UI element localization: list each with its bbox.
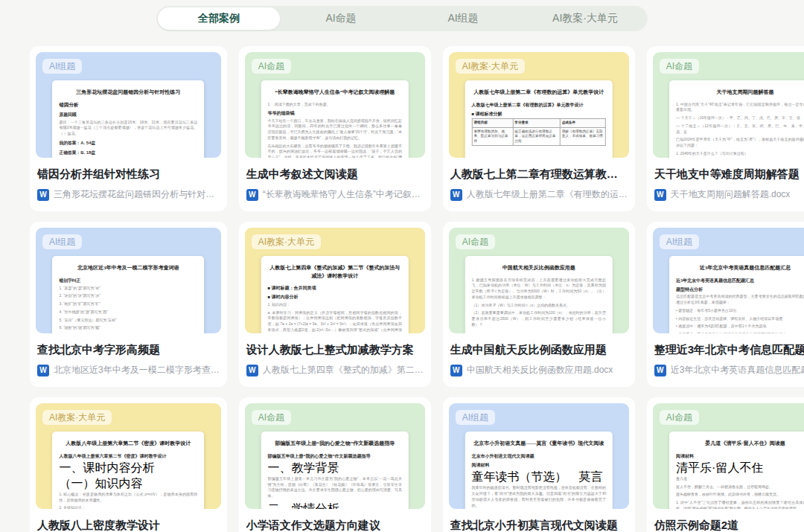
case-grid: AI组题 三角形花坛摆花盆问题错因分析与针对性练习错因分析原题回顾题目：一个三角… [30, 46, 797, 532]
tab-item[interactable]: 全部案例 [158, 7, 280, 30]
document-thumbnail: 北京地区近3年中考及一模二模字形考查词语错别字纠正1. “萧瑟”的“瑟”易写为“… [52, 256, 204, 333]
word-file-icon: W [37, 365, 49, 376]
case-card[interactable]: AI教案·大单元 人教版八年级上册第六章第二节《密度》课时教学设计人教版八年级上… [30, 397, 227, 532]
case-card[interactable]: AI组题 北京市小升初语文真题——莫言《童年读书》现代文阅读北京市小升初语文现代… [443, 397, 635, 532]
card-file-row: W 天干地支周期问题解答题.docx [654, 188, 804, 201]
document-preview-panel: AI组题 北京地区近3年中考及一模二模字形考查词语错别字纠正1. “萧瑟”的“瑟… [36, 228, 221, 333]
document-preview-panel: AI组题 北京市小升初语文真题——莫言《童年读书》现代文阅读北京市小升初语文现代… [449, 403, 629, 509]
document-thumbnail: 中国航天相关反比例函数应用题1. 嫦娥五号探测器在月球采样完成后，上升器需要通过… [465, 256, 612, 333]
card-file-name: 北京地区近3年中考及一模二模字形考查… [54, 364, 220, 376]
tab-item[interactable]: AI教案·大单元 [524, 7, 646, 30]
category-badge: AI教案·大单元 [42, 410, 112, 425]
card-title: 天干地支中等难度周期解答题 [654, 167, 804, 182]
card-file-name: 近3年北京中考英语真题信息匹配题汇总… [671, 364, 804, 376]
category-badge: AI命题 [456, 234, 495, 249]
card-file-row: W 人教版七年级上册第二章《有理数的运… [450, 188, 628, 201]
document-preview-panel: AI命题 部编版五年级上册“我的心爱之物”作文新颖选题指导部编版五年级上册“我的… [245, 403, 425, 509]
category-badge: AI组题 [456, 410, 495, 425]
category-badge: AI命题 [660, 410, 699, 425]
card-file-row: W 人教版七上第四章《整式的加减》第二… [246, 364, 424, 376]
card-file-row: W 近3年北京中考英语真题信息匹配题汇总… [654, 364, 804, 376]
card-file-row: W 中国航天相关反比例函数应用题.docx [450, 364, 628, 376]
card-title: 错因分析并组针对性练习 [37, 167, 220, 182]
tab-item[interactable]: AI命题 [280, 7, 402, 30]
card-file-row: W “长辈教诲晚辈恪守人生信条”中考记叙… [246, 188, 424, 201]
category-badge: AI组题 [42, 234, 82, 249]
document-thumbnail: 北京市小升初语文真题——莫言《童年读书》现代文阅读北京市小升初语文现代文阅读题阅… [465, 432, 612, 509]
document-thumbnail: 天干地支周期问题解答题1. 中国古代用“天干”和“地支”来记录年份，它们按固定顺… [669, 80, 804, 158]
document-thumbnail: 人教版七年级上册第二章《有理数的运算》单元教学设计人教版七年级上册第二章《有理数… [465, 80, 612, 158]
document-preview-panel: AI组题 三角形花坛摆花盆问题错因分析与针对性练习错因分析原题回顾题目：一个三角… [36, 52, 221, 158]
card-file-name: 天干地支周期问题解答题.docx [671, 188, 791, 201]
card-file-name: 三角形花坛摆花盆问题错因分析与针对… [54, 188, 214, 201]
word-file-icon: W [450, 189, 462, 201]
category-badge: AI命题 [660, 59, 699, 74]
card-title: 查找北京小升初莫言现代文阅读题 [450, 519, 628, 532]
document-thumbnail: 人教版八年级上册第六章第二节《密度》课时教学设计人教版八年级上册第六章第二节《密… [52, 432, 204, 509]
document-thumbnail: 人教版七上第四章《整式的加减》第二节《整式的加法与减法》课时教学设计■ 课时标题… [261, 256, 408, 333]
word-file-icon: W [246, 189, 258, 201]
tab-item[interactable]: AI组题 [402, 7, 524, 30]
card-title: 生成中考叙述文阅读题 [246, 167, 424, 182]
document-thumbnail: 三角形花坛摆花盆问题错因分析与针对性练习错因分析原题回顾题目：一个三角形花坛的三… [52, 80, 204, 158]
case-card[interactable]: AI组题 北京地区近3年中考及一模二模字形考查词语错别字纠正1. “萧瑟”的“瑟… [30, 222, 227, 387]
word-file-icon: W [450, 365, 462, 376]
case-card[interactable]: AI命题 中国航天相关反比例函数应用题1. 嫦娥五号探测器在月球采样完成后，上升… [443, 222, 635, 387]
document-preview-panel: AI教案·大单元 人教版七年级上册第二章《有理数的运算》单元教学设计人教版七年级… [449, 52, 629, 158]
card-title: 仿照示例命题2道 [654, 519, 804, 532]
word-file-icon: W [654, 189, 666, 201]
card-title: 人教版八上密度教学设计 [37, 519, 220, 532]
document-preview-panel: AI命题 天干地支周期问题解答题1. 中国古代用“天干”和“地支”来记录年份，它… [653, 52, 804, 158]
category-badge: AI组题 [660, 234, 699, 249]
category-badge: AI教案·大单元 [252, 234, 321, 249]
case-card[interactable]: AI命题 “长辈教诲晚辈恪守人生信条”中考记叙文阅读理解题1. 阅读下面的文章，… [239, 46, 431, 211]
case-card[interactable]: AI命题 晏几道《清平乐·留人不住》阅读题阅读材料清平乐·留人不住晏几道留人不住… [647, 397, 804, 532]
category-badge: AI教案·大单元 [456, 59, 525, 74]
document-thumbnail: 近3年北京中考英语真题信息匹配题汇总近3年北京中考英语真题信息匹配题汇总题型特点… [669, 256, 804, 333]
card-file-name: 人教版七上第四章《整式的加减》第二… [263, 364, 424, 376]
card-title: 生成中国航天反比例函数应用题 [450, 343, 628, 357]
case-card[interactable]: AI教案·大单元 人教版七年级上册第二章《有理数的运算》单元教学设计人教版七年级… [443, 46, 635, 211]
card-title: 人教版七上第二章有理数运算教… [450, 167, 628, 182]
card-title: 查找北京中考字形高频题 [37, 343, 220, 357]
case-card[interactable]: AI组题 三角形花坛摆花盆问题错因分析与针对性练习错因分析原题回顾题目：一个三角… [30, 46, 227, 211]
case-card[interactable]: AI命题 天干地支周期问题解答题1. 中国古代用“天干”和“地支”来记录年份，它… [647, 46, 804, 211]
category-badge: AI组题 [42, 59, 82, 74]
card-file-row: W 三角形花坛摆花盆问题错因分析与针对… [37, 188, 220, 201]
case-card[interactable]: AI命题 部编版五年级上册“我的心爱之物”作文新颖选题指导部编版五年级上册“我的… [239, 397, 431, 532]
case-card[interactable]: AI教案·大单元 人教版七上第四章《整式的加减》第二节《整式的加法与减法》课时教… [239, 222, 431, 387]
card-file-row: W 北京地区近3年中考及一模二模字形考查… [37, 364, 220, 376]
card-file-name: “长辈教诲晚辈恪守人生信条”中考记叙… [263, 188, 421, 201]
case-card[interactable]: AI组题 近3年北京中考英语真题信息匹配题汇总近3年北京中考英语真题信息匹配题汇… [647, 222, 804, 387]
word-file-icon: W [654, 365, 666, 376]
card-title: 小学语文作文选题方向建议 [246, 519, 424, 532]
document-thumbnail: “长辈教诲晚辈恪守人生信条”中考记叙文阅读理解题1. 阅读下面的文章，完成下列各… [261, 80, 408, 158]
category-badge: AI命题 [252, 410, 291, 425]
word-file-icon: W [37, 189, 49, 201]
document-preview-panel: AI命题 晏几道《清平乐·留人不住》阅读题阅读材料清平乐·留人不住晏几道留人不住… [653, 403, 804, 509]
document-preview-panel: AI命题 “长辈教诲晚辈恪守人生信条”中考记叙文阅读理解题1. 阅读下面的文章，… [245, 52, 425, 158]
document-thumbnail: 部编版五年级上册“我的心爱之物”作文新颖选题指导部编版五年级上册“我的心爱之物”… [261, 432, 408, 509]
document-preview-panel: AI命题 中国航天相关反比例函数应用题1. 嫦娥五号探测器在月球采样完成后，上升… [449, 228, 629, 333]
card-file-name: 中国航天相关反比例函数应用题.docx [467, 364, 613, 376]
card-title: 设计人教版七上整式加减教学方案 [246, 343, 424, 357]
tab-bar: 全部案例 AI命题 AI组题 AI教案·大单元 [156, 6, 648, 31]
card-title: 整理近3年北京中考信息匹配题 [654, 343, 804, 357]
document-preview-panel: AI组题 近3年北京中考英语真题信息匹配题汇总近3年北京中考英语真题信息匹配题汇… [653, 228, 804, 333]
word-file-icon: W [246, 365, 258, 376]
category-badge: AI命题 [252, 59, 291, 74]
document-thumbnail: 晏几道《清平乐·留人不住》阅读题阅读材料清平乐·留人不住晏几道留人不住，醉解兰舟… [669, 432, 804, 509]
document-preview-panel: AI教案·大单元 人教版八年级上册第六章第二节《密度》课时教学设计人教版八年级上… [36, 403, 221, 509]
card-file-name: 人教版七年级上册第二章《有理数的运… [467, 188, 628, 201]
document-preview-panel: AI教案·大单元 人教版七上第四章《整式的加减》第二节《整式的加法与减法》课时教… [245, 228, 425, 333]
